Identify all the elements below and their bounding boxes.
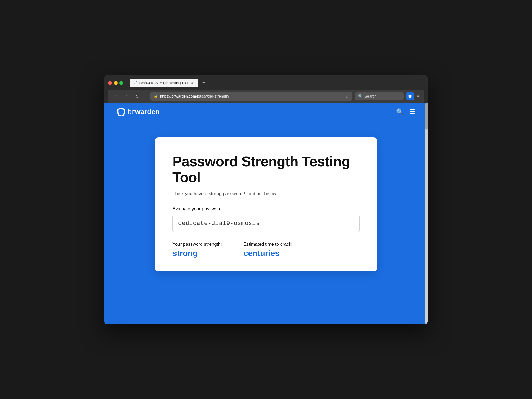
strength-result: Your password strength: strong bbox=[172, 242, 222, 258]
new-tab-button[interactable]: + bbox=[200, 79, 208, 87]
search-icon: 🔍 bbox=[358, 94, 363, 98]
address-bar: ‹ › ↻ 🛡 🔒 https://bitwarden.com/password… bbox=[108, 90, 424, 103]
results-row: Your password strength: strong Estimated… bbox=[172, 242, 360, 258]
crack-label: Estimated time to crack: bbox=[244, 242, 292, 247]
strength-value: strong bbox=[172, 249, 222, 258]
minimize-button[interactable] bbox=[114, 81, 118, 85]
site-search-icon[interactable]: 🔍 bbox=[396, 108, 403, 115]
nav-icons: 🔍 ☰ bbox=[396, 108, 415, 115]
title-bar: 🛡 Password Strength Testing Tool × + ‹ ›… bbox=[104, 75, 428, 103]
tab-shield-icon: 🛡 bbox=[134, 81, 137, 85]
url-text: https://bitwarden.com/password-strength/ bbox=[160, 94, 343, 98]
site-navigation: bitwarden 🔍 ☰ bbox=[104, 103, 428, 121]
security-shield-icon: 🛡 bbox=[143, 94, 148, 99]
card-container: Password Strength Testing Tool Think you… bbox=[104, 121, 428, 324]
page-content: bitwarden 🔍 ☰ Password Strength Testing … bbox=[104, 103, 428, 324]
page-title: Password Strength Testing Tool bbox=[172, 154, 360, 186]
browser-search-bar[interactable]: 🔍 Search bbox=[355, 92, 404, 100]
bitwarden-shield-logo bbox=[117, 108, 125, 116]
browser-window: 🛡 Password Strength Testing Tool × + ‹ ›… bbox=[104, 75, 428, 324]
page-wrapper: bitwarden 🔍 ☰ Password Strength Testing … bbox=[104, 103, 428, 324]
logo-text: bitwarden bbox=[128, 108, 160, 116]
page-subtitle: Think you have a strong password? Find o… bbox=[172, 191, 360, 197]
close-button[interactable] bbox=[108, 81, 112, 85]
forward-button[interactable]: › bbox=[123, 92, 130, 100]
search-placeholder-text: Search bbox=[364, 94, 376, 98]
strength-label: Your password strength: bbox=[172, 242, 222, 247]
traffic-lights bbox=[108, 81, 123, 85]
scrollbar-track[interactable] bbox=[425, 103, 428, 324]
back-button[interactable]: ‹ bbox=[112, 92, 120, 100]
refresh-button[interactable]: ↻ bbox=[133, 92, 141, 100]
main-card: Password Strength Testing Tool Think you… bbox=[155, 137, 377, 272]
crack-time-result: Estimated time to crack: centuries bbox=[244, 242, 292, 258]
tab-close-button[interactable]: × bbox=[190, 81, 194, 85]
maximize-button[interactable] bbox=[119, 81, 123, 85]
bookmark-star-icon[interactable]: ☆ bbox=[345, 94, 349, 99]
browser-menu-button[interactable]: ≡ bbox=[417, 94, 420, 99]
tab-title: Password Strength Testing Tool bbox=[139, 81, 188, 85]
url-bar[interactable]: 🔒 https://bitwarden.com/password-strengt… bbox=[150, 92, 352, 101]
crack-value: centuries bbox=[244, 249, 292, 258]
url-path: /password-strength/ bbox=[196, 94, 229, 98]
bitwarden-extension-icon[interactable] bbox=[406, 92, 414, 100]
eval-label: Evaluate your password: bbox=[172, 206, 360, 212]
bitwarden-logo[interactable]: bitwarden bbox=[117, 108, 160, 116]
lock-icon: 🔒 bbox=[154, 94, 158, 98]
site-menu-icon[interactable]: ☰ bbox=[410, 108, 415, 115]
active-tab[interactable]: 🛡 Password Strength Testing Tool × bbox=[130, 79, 198, 87]
tab-bar: 🛡 Password Strength Testing Tool × + bbox=[130, 79, 208, 87]
url-prefix: https:// bbox=[160, 94, 171, 98]
scrollbar-thumb[interactable] bbox=[425, 103, 428, 130]
url-domain: bitwarden.com bbox=[171, 94, 196, 98]
password-input[interactable] bbox=[172, 215, 360, 232]
